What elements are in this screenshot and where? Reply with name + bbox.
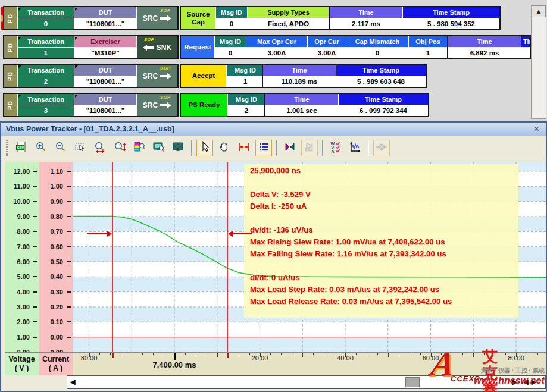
endpoint-column-header[interactable]: DUT — [74, 65, 136, 76]
timestamp-value: 5 . 989 603 648 — [336, 76, 426, 87]
transaction-header-group[interactable]: PD Transaction 1 Exerciser "M310P" SOPSN… — [3, 35, 179, 59]
zoom-x-icon — [93, 140, 107, 156]
display-settings-button[interactable] — [131, 140, 148, 156]
field-value: 3.00A — [246, 48, 307, 58]
message-type-cell[interactable]: Request — [181, 36, 214, 58]
voltage-tick-mark — [33, 321, 37, 322]
annotation-line: 25,900,000 ns — [250, 165, 452, 177]
connector-button[interactable] — [373, 140, 390, 156]
timestamp-column-header[interactable]: Time Stamp — [336, 65, 426, 76]
direction-cell: SOPSRC — [137, 7, 177, 29]
message-group[interactable]: PS Ready Msg ID 2 — [180, 93, 266, 117]
view-snapshot-button[interactable] — [151, 140, 167, 156]
transaction-header-group[interactable]: PD Transaction 0 DUT "1108001..." SOPSRC — [3, 6, 179, 30]
field-column-header[interactable]: Opr Cur — [308, 36, 346, 47]
zoom-region-button[interactable] — [72, 140, 89, 156]
current-tick-mark — [67, 291, 71, 293]
field-column-header[interactable]: Msg ID — [215, 36, 246, 47]
endpoint-column-header[interactable]: Exerciser — [74, 36, 136, 47]
message-group[interactable]: Accept Msg ID 1 — [180, 64, 265, 88]
timestamp-column-header[interactable]: Time Stamp — [521, 36, 530, 47]
toolbar-grip-icon[interactable] — [6, 140, 8, 156]
transaction-column-header[interactable]: Transaction — [18, 7, 74, 18]
toolbar-separator — [191, 140, 192, 156]
current-tick-label: 0.30 — [38, 288, 63, 296]
time-tick-mark — [313, 353, 314, 355]
legend-list-button[interactable] — [255, 140, 272, 156]
annotation-line: di/dt: 0 uA/us — [250, 272, 452, 284]
transaction-number: 1 — [18, 48, 74, 58]
direction-arrow-icon — [160, 102, 171, 108]
time-value: 110.189 ms — [263, 76, 336, 87]
time-tick-mark — [302, 353, 303, 357]
transaction-row[interactable]: PD Transaction 2 DUT "1108001..." SOPSRC… — [0, 64, 530, 89]
direction-arrow-icon — [143, 45, 154, 51]
endpoint-column-header[interactable]: DUT — [74, 7, 136, 18]
zoom-in-button[interactable] — [33, 140, 49, 156]
field-column-header[interactable]: Msg ID — [216, 7, 247, 18]
sort-triangle-icon — [18, 8, 21, 11]
message-group[interactable]: Request Msg ID 0 Max Opr Cur 3.00A Opr C… — [180, 35, 448, 59]
pd-protocol-tab[interactable]: PD — [4, 65, 17, 87]
message-type-cell[interactable]: Accept — [181, 65, 226, 87]
usb-pd-analyzer-screen: PD Transaction 0 DUT "1108001..." SOPSRC… — [0, 0, 547, 392]
transaction-column-header[interactable]: Transaction — [18, 94, 74, 105]
transaction-row[interactable]: PD Transaction 0 DUT "1108001..." SOPSRC… — [0, 6, 530, 31]
field-column-header[interactable]: Obj Pos — [409, 36, 447, 47]
time-tick-mark — [420, 353, 421, 355]
zoom-x-button[interactable] — [92, 140, 108, 156]
time-tick-mark — [207, 353, 207, 355]
message-group[interactable]: Source Cap Msg ID 0 Supply Types Fixed, … — [180, 6, 330, 30]
waveform-button[interactable] — [347, 140, 364, 156]
endpoint-column-header[interactable]: DUT — [74, 94, 136, 105]
vertical-scrollbar[interactable]: ▲ — [531, 5, 546, 119]
scrollbar-thumb[interactable] — [405, 377, 420, 387]
sort-triangle-icon — [18, 65, 21, 68]
time-column-header[interactable]: Time — [448, 36, 521, 47]
transaction-column-header[interactable]: Transaction — [18, 36, 74, 47]
time-column-header[interactable]: Time — [265, 94, 338, 105]
time-tick-mark — [462, 353, 463, 355]
statistics-button[interactable] — [301, 140, 318, 156]
time-tick-mark — [153, 353, 154, 355]
pointer-tool-button[interactable] — [196, 140, 213, 156]
scroll-up-button[interactable]: ▲ — [532, 5, 546, 17]
close-icon[interactable]: ✕ — [533, 123, 540, 136]
field-column-header[interactable]: Max Opr Cur — [246, 36, 307, 47]
pd-protocol-tab[interactable]: PD — [4, 7, 17, 29]
verify-button[interactable]: WVA — [327, 140, 344, 156]
transaction-row[interactable]: PD Transaction 3 DUT "1108001..." SOPSRC… — [0, 93, 530, 118]
timestamp-column-header[interactable]: Time Stamp — [403, 7, 499, 18]
cursor-measure-button[interactable] — [236, 140, 252, 156]
zoom-out-button[interactable] — [52, 140, 69, 156]
field-value: 2 — [228, 105, 265, 116]
export-csv-button[interactable]: CSV — [13, 140, 30, 156]
message-type-cell[interactable]: PS Ready — [181, 94, 227, 116]
view-snapshot-icon — [152, 140, 165, 156]
window-titlebar[interactable]: Vbus Power Tracker - [01_TDA.2.3.2.1_A__… — [1, 123, 546, 136]
zoom-out-icon — [54, 140, 67, 156]
time-column-header[interactable]: Time — [330, 7, 402, 18]
time-column-header[interactable]: Time — [263, 65, 336, 76]
field-column-header[interactable]: Msg ID — [227, 65, 264, 76]
message-type-cell[interactable]: Source Cap — [181, 7, 215, 29]
field-column-header[interactable]: Supply Types — [248, 7, 329, 18]
pan-tool-button[interactable] — [216, 140, 233, 156]
transaction-column-header[interactable]: Transaction — [18, 65, 74, 76]
transaction-header-group[interactable]: PD Transaction 3 DUT "1108001..." SOPSRC — [3, 93, 179, 117]
transaction-row[interactable]: PD Transaction 1 Exerciser "M310P" SOPSN… — [0, 35, 530, 60]
pan-tool-icon — [218, 140, 231, 156]
field-column-header[interactable]: Cap Mismatch — [346, 36, 408, 47]
fit-screen-button[interactable] — [170, 140, 187, 156]
pd-protocol-tab[interactable]: PD — [4, 36, 17, 58]
sort-triangle-icon — [18, 95, 21, 98]
scroll-left-icon[interactable]: ◀ — [68, 377, 77, 388]
pd-protocol-tab[interactable]: PD — [4, 94, 17, 116]
timestamp-column-header[interactable]: Time Stamp — [339, 94, 428, 105]
compare-button[interactable] — [282, 140, 298, 156]
field-column-header[interactable]: Msg ID — [228, 94, 265, 105]
annotation-line: Max Rising Slew Rate: 1.00 mV/us at 7,40… — [250, 236, 452, 248]
time-value: 2.117 ms — [330, 18, 402, 29]
zoom-y-button[interactable] — [111, 140, 128, 156]
transaction-header-group[interactable]: PD Transaction 2 DUT "1108001..." SOPSRC — [3, 64, 179, 88]
